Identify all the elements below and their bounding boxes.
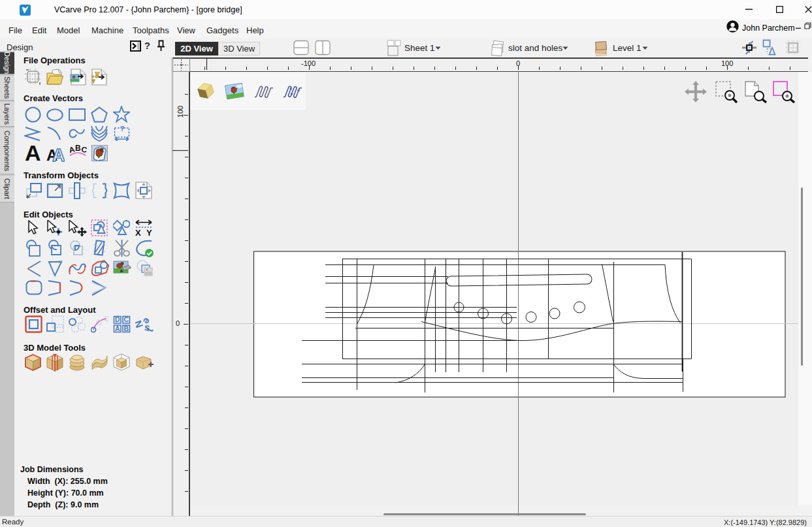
svg-text:B: B xyxy=(75,144,81,153)
svg-text:B: B xyxy=(123,325,129,332)
svg-text:A: A xyxy=(52,146,65,162)
svg-text:X: X xyxy=(135,228,141,237)
svg-text:C: C xyxy=(123,315,129,323)
svg-text:A: A xyxy=(115,325,120,332)
svg-text:?: ? xyxy=(120,125,125,133)
svg-text:C: C xyxy=(80,145,87,155)
svg-text:D: D xyxy=(115,315,120,323)
svg-text:A: A xyxy=(25,144,41,162)
svg-text:Y: Y xyxy=(146,228,152,237)
